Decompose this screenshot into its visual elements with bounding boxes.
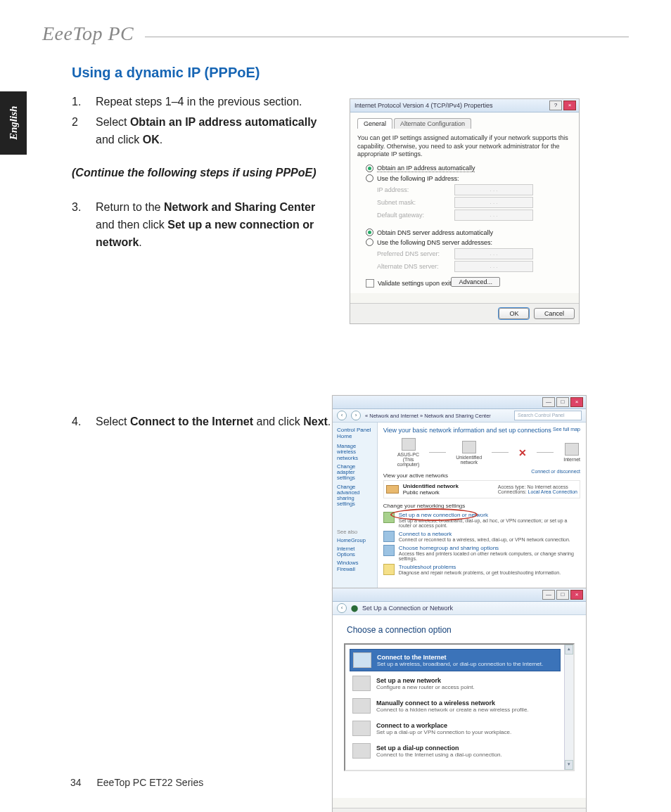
field-adns: Alternate DNS server:. . . [377,261,572,272]
connector-line [429,452,446,453]
network-icon [462,441,476,453]
option-title: Set up a new connection or network [399,512,580,518]
option-troubleshoot[interactable]: Troubleshoot problemsDiagnose and repair… [383,564,580,575]
dialog-button-row: OK Cancel [350,303,579,323]
option-connect-internet[interactable]: Connect to the InternetSet up a wireless… [350,649,561,671]
ip-input[interactable]: . . . [454,184,533,195]
header-rule [145,37,629,37]
back-button[interactable]: ‹ [337,411,347,420]
validate-checkbox[interactable] [366,279,374,288]
option-desc: Connect to a hidden network or create a … [376,707,529,713]
radio-use-ip[interactable]: Use the following IP address: [366,174,572,182]
step-text: Select Connect to the Internet and click… [96,413,349,431]
back-button[interactable]: ‹ [337,603,347,613]
icon-label: Internet [563,457,580,462]
see-also-firewall[interactable]: Windows Firewall [337,560,373,572]
see-also-heading: See also [337,529,373,535]
map-internet: Internet [563,443,580,462]
wireless-icon [352,698,371,714]
troubleshoot-icon [383,564,395,575]
radio-obtain-ip[interactable]: Obtain an IP address automatically [366,165,572,172]
option-setup-connection[interactable]: Set up a new connection or networkSet up… [383,512,580,528]
dialog-title: Internet Protocol Version 4 (TCP/IPv4) P… [354,102,493,109]
adns-input[interactable]: . . . [454,261,533,272]
window-titlebar: — □ × [333,396,586,409]
step-text-segment: Select [96,116,130,128]
see-also-homegroup[interactable]: HomeGroup [337,538,373,543]
homegroup-icon [383,545,395,556]
field-mask: Subnet mask:. . . [377,197,572,208]
close-button[interactable]: × [563,101,576,110]
see-full-map-link[interactable]: See full map [553,427,580,432]
forward-button[interactable]: › [351,411,361,420]
access-info: Access type: No Internet access Connecti… [498,484,577,494]
tab-alt-config[interactable]: Alternate Configuration [394,118,471,129]
cancel-button[interactable]: Cancel [534,308,575,319]
minimize-button[interactable]: — [542,590,555,600]
advanced-button[interactable]: Advanced... [451,277,500,287]
section-title: Using a dynamic IP (PPPoE) [72,65,629,81]
option-homegroup[interactable]: Choose homegroup and sharing optionsAcce… [383,545,580,561]
radio-label: Use the following DNS server addresses: [377,239,492,246]
option-desc: Set up a dial-up or VPN connection to yo… [376,729,511,735]
phone-icon [352,743,371,759]
step-number: 1. [72,94,96,111]
option-desc: Access files and printers located on oth… [399,551,580,561]
step-number: 4. [72,413,96,431]
option-connect-workplace[interactable]: Connect to a workplaceSet up a dial-up o… [350,718,561,739]
breadcrumb-bar: ‹ › « Network and Internet » Network and… [333,409,586,423]
sidebar: Control Panel Home Manage wireless netwo… [333,423,378,590]
step-bold: Connect to the Internet [130,415,253,427]
connection-link[interactable]: Local Area Connection [528,489,577,494]
field-label: Default gateway: [377,212,454,219]
mask-input[interactable]: . . . [454,197,533,208]
option-title: Choose homegroup and sharing options [399,545,580,551]
close-button[interactable]: × [570,590,583,600]
sidebar-link-sharing[interactable]: Change advanced sharing settings [337,484,373,508]
dialog-body: General Alternate Configuration You can … [350,112,579,293]
option-manual-wireless[interactable]: Manually connect to a wireless networkCo… [350,695,561,716]
option-desc: Diagnose and repair network problems, or… [399,570,561,575]
sidebar-link-adapter[interactable]: Change adapter settings [337,464,373,482]
close-button[interactable]: × [570,397,583,407]
option-title: Set up a new network [376,677,475,684]
wizard-heading: Choose a connection option [347,625,575,635]
help-button[interactable]: ? [549,101,562,110]
scrollbar[interactable]: ▴▾ [564,645,573,770]
field-label: Preferred DNS server: [377,250,454,257]
change-list: Set up a new connection or networkSet up… [383,512,580,575]
radio-label: Obtain DNS server address automatically [377,229,493,236]
ok-button[interactable]: OK [499,308,529,319]
breadcrumb-path[interactable]: « Network and Internet » Network and Sha… [365,413,491,419]
bench-icon [386,485,399,494]
option-list: Connect to the InternetSet up a wireless… [344,643,575,771]
map-pc: ASUS-PC(This computer) [397,438,420,467]
option-dialup[interactable]: Set up a dial-up connectionConnect to th… [350,740,561,761]
radio-use-dns[interactable]: Use the following DNS server addresses: [366,238,572,246]
tab-general[interactable]: General [357,118,392,129]
sidebar-link-wireless[interactable]: Manage wireless networks [337,444,373,461]
option-setup-network[interactable]: Set up a new networkConfigure a new rout… [350,673,561,694]
see-also-internet-options[interactable]: Internet Options [337,546,373,558]
wizard-title: Set Up a Connection or Network [362,605,453,612]
option-title: Set up a dial-up connection [376,745,502,752]
access-type-value: No Internet access [527,484,568,489]
workplace-icon [352,721,371,736]
step-text-segment: Return to the [96,201,164,213]
icon-label: ASUS-PC [397,452,420,457]
scroll-up[interactable]: ▴ [565,645,573,655]
option-connect-network[interactable]: Connect to a networkConnect or reconnect… [383,531,580,542]
search-input[interactable]: Search Control Panel [514,411,582,420]
connect-disconnect-link[interactable]: Connect or disconnect [531,469,580,474]
maximize-button[interactable]: □ [556,590,569,600]
maximize-button[interactable]: □ [556,397,569,407]
option-title: Manually connect to a wireless network [376,700,529,707]
screenshot-setup-connection-wizard: — □ × ‹ ⬤ Set Up a Connection or Network… [332,588,587,812]
change-settings-label: Change your networking settings [383,503,580,509]
gateway-input[interactable]: . . . [454,210,533,221]
minimize-button[interactable]: — [542,397,555,407]
radio-obtain-dns[interactable]: Obtain DNS server address automatically [366,228,572,236]
pdns-input[interactable]: . . . [454,248,533,259]
network-type: Public network [403,489,459,496]
scroll-down[interactable]: ▾ [565,760,573,770]
